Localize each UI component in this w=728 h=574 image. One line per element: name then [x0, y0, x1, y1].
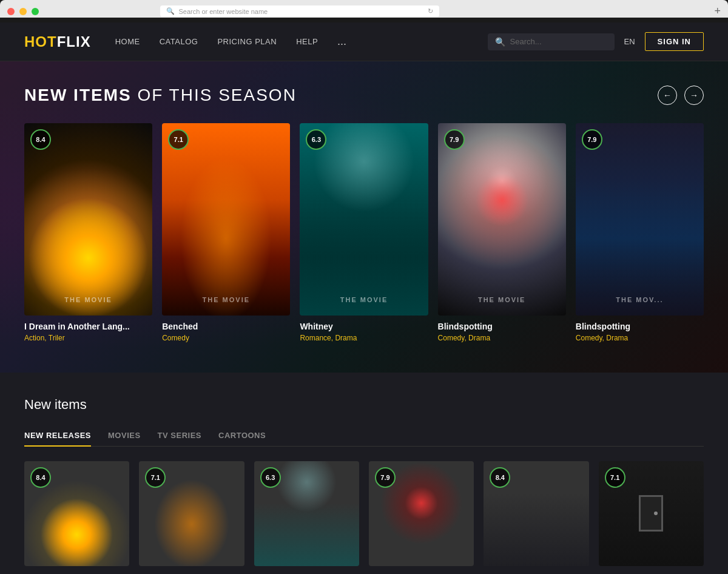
- nav-pricing[interactable]: PRICING PLAN: [217, 37, 277, 46]
- browser-chrome: 🔍 Search or enter website name ↻ +: [0, 0, 728, 18]
- new-tab-button[interactable]: +: [714, 5, 721, 18]
- tab-new-releases[interactable]: NEW RELEASES: [24, 425, 91, 446]
- hero-title-bold: NEW ITEMS: [24, 86, 132, 104]
- bottom-poster-2: 7.1: [139, 461, 244, 566]
- rating-badge-5: 7.9: [582, 129, 602, 150]
- poster-art-4: [438, 123, 566, 316]
- language-selector[interactable]: EN: [624, 37, 635, 46]
- card-title-2: Benched: [162, 322, 290, 331]
- nav-links: HOME CATALOG PRICING PLAN HELP ...: [115, 35, 488, 48]
- card-genres-3: Romance, Drama: [300, 334, 428, 342]
- card-genres-1: Action, Triler: [24, 334, 152, 342]
- tabs: NEW RELEASES MOVIES TV SERIES CARTOONS: [24, 425, 704, 447]
- poster-art-5: [576, 123, 704, 316]
- reload-icon: ↻: [428, 7, 433, 15]
- new-items-section: New items NEW RELEASES MOVIES TV SERIES …: [0, 373, 728, 574]
- movie-card-3[interactable]: 6.3 THE MOVIE Whitney Romance, Drama: [300, 123, 428, 342]
- minimize-button[interactable]: [19, 8, 27, 15]
- app-container: HOTFLIX HOME CATALOG PRICING PLAN HELP .…: [0, 22, 728, 574]
- bottom-rating-2: 7.1: [145, 467, 166, 488]
- logo[interactable]: HOTFLIX: [24, 33, 91, 50]
- card-info-4: Blindspotting Comedy, Drama: [438, 316, 566, 342]
- url-bar[interactable]: 🔍 Search or enter website name ↻: [160, 5, 439, 17]
- movie-card-1[interactable]: 8.4 THE MOVIE I Dream in Another Lang...…: [24, 123, 152, 342]
- bottom-rating-5: 8.4: [490, 467, 510, 488]
- movie-card-4[interactable]: 7.9 THE MOVIE Blindspotting Comedy, Dram…: [438, 123, 566, 342]
- bottom-poster-1: 8.4: [24, 461, 129, 566]
- poster-4: 7.9 THE MOVIE: [438, 123, 566, 316]
- card-info-1: I Dream in Another Lang... Action, Trile…: [24, 316, 152, 342]
- card-label-4: THE MOVIE: [438, 296, 566, 303]
- search-icon: 🔍: [166, 7, 175, 15]
- bottom-poster-5: 8.4: [484, 461, 588, 566]
- navbar: HOTFLIX HOME CATALOG PRICING PLAN HELP .…: [0, 22, 728, 61]
- hero-cards-row: 8.4 THE MOVIE I Dream in Another Lang...…: [24, 123, 704, 342]
- card-label-1: THE MOVIE: [24, 296, 152, 303]
- card-info-2: Benched Comedy: [162, 316, 290, 342]
- nav-home[interactable]: HOME: [115, 37, 140, 46]
- card-genres-2: Comedy: [162, 334, 290, 342]
- rating-badge-2: 7.1: [168, 129, 189, 150]
- bottom-rating-4: 7.9: [375, 467, 396, 488]
- card-label-5: THE MOV...: [576, 296, 704, 303]
- search-input[interactable]: [510, 37, 607, 46]
- next-arrow[interactable]: →: [684, 86, 704, 105]
- card-title-3: Whitney: [300, 322, 428, 331]
- card-genres-4: Comedy, Drama: [438, 334, 566, 342]
- rating-badge-4: 7.9: [444, 129, 465, 150]
- hero-title: NEW ITEMS OF THIS SEASON: [24, 86, 704, 105]
- nav-right: 🔍 EN SIGN IN: [488, 32, 704, 51]
- poster-2: 7.1 THE MOVIE: [162, 123, 290, 316]
- card-label-3: THE MOVIE: [300, 296, 428, 303]
- bottom-rating-3: 6.3: [260, 467, 281, 488]
- maximize-button[interactable]: [32, 8, 39, 15]
- hero-section: NEW ITEMS OF THIS SEASON ← → 8.4 THE MOV…: [0, 61, 728, 373]
- nav-help[interactable]: HELP: [296, 37, 318, 46]
- poster-art-2: [162, 123, 290, 316]
- poster-art-3: [300, 123, 428, 316]
- card-title-5: Blindspotting: [576, 322, 704, 331]
- bottom-cards-row: 8.4 7.1 6.3 7.9: [24, 461, 704, 574]
- card-title-4: Blindspotting: [438, 322, 566, 331]
- rating-badge-1: 8.4: [30, 129, 51, 150]
- tab-cartoons[interactable]: CARTOONS: [218, 425, 266, 446]
- card-label-2: THE MOVIE: [162, 296, 290, 303]
- bottom-card-1[interactable]: 8.4: [24, 461, 129, 566]
- movie-card-5[interactable]: 7.9 THE MOV... Blindspotting Comedy, Dra…: [576, 123, 704, 342]
- movie-card-2[interactable]: 7.1 THE MOVIE Benched Comedy: [162, 123, 290, 342]
- url-text: Search or enter website name: [178, 8, 268, 15]
- hero-title-light: OF THIS SEASON: [132, 86, 297, 104]
- card-title-1: I Dream in Another Lang...: [24, 322, 152, 331]
- logo-hot: HOT: [24, 33, 57, 50]
- bottom-card-2[interactable]: 7.1: [139, 461, 244, 566]
- bottom-rating-6: 7.1: [605, 467, 625, 488]
- tab-movies[interactable]: MOVIES: [108, 425, 141, 446]
- bottom-poster-4: 7.9: [369, 461, 474, 566]
- bottom-rating-1: 8.4: [30, 467, 51, 488]
- search-box: 🔍: [488, 33, 615, 50]
- close-button[interactable]: [7, 8, 15, 15]
- logo-flix: FLIX: [57, 33, 91, 50]
- search-icon: 🔍: [495, 37, 505, 47]
- card-info-5: Blindspotting Comedy, Drama: [576, 316, 704, 342]
- bottom-card-4[interactable]: 7.9: [369, 461, 474, 566]
- card-genres-5: Comedy, Drama: [576, 334, 704, 342]
- section-title: New items: [24, 397, 704, 413]
- poster-5: 7.9 THE MOV...: [576, 123, 704, 316]
- poster-3: 6.3 THE MOVIE: [300, 123, 428, 316]
- bottom-card-3[interactable]: 6.3: [254, 461, 359, 566]
- bottom-card-5[interactable]: 8.4: [484, 461, 588, 566]
- nav-more[interactable]: ...: [337, 35, 346, 48]
- nav-catalog[interactable]: CATALOG: [160, 37, 198, 46]
- prev-arrow[interactable]: ←: [658, 86, 677, 105]
- poster-art-1: [24, 123, 152, 316]
- poster-1: 8.4 THE MOVIE: [24, 123, 152, 316]
- bottom-poster-3: 6.3: [254, 461, 359, 566]
- carousel-arrows: ← →: [658, 86, 704, 105]
- tab-tv-series[interactable]: TV SERIES: [158, 425, 201, 446]
- card-info-3: Whitney Romance, Drama: [300, 316, 428, 342]
- bottom-poster-6: 7.1: [599, 461, 704, 566]
- sign-in-button[interactable]: SIGN IN: [645, 32, 704, 51]
- bottom-card-6[interactable]: 7.1: [599, 461, 704, 566]
